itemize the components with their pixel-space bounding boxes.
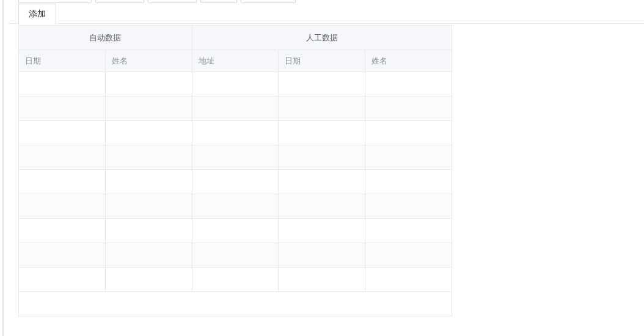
cell[interactable] [105,97,192,121]
cell[interactable] [365,72,452,97]
cell[interactable] [365,219,452,243]
column-header-name-2: 姓名 [365,50,452,72]
cell[interactable] [279,97,365,121]
cell[interactable] [192,194,279,219]
cell[interactable] [192,97,279,121]
cell[interactable] [19,219,106,243]
cell[interactable] [19,170,106,194]
cell[interactable] [365,243,452,268]
top-field-5[interactable] [241,0,296,3]
cell[interactable] [105,170,192,194]
cell[interactable] [365,268,452,292]
cell[interactable] [105,145,192,170]
column-header-date-1: 日期 [19,50,106,72]
cell[interactable] [279,145,365,170]
table-footer-cell [19,292,452,316]
table-row [19,243,452,268]
cell[interactable] [279,194,365,219]
cell[interactable] [105,72,192,97]
cell[interactable] [105,194,192,219]
cell[interactable] [19,268,106,292]
column-header-name-1: 姓名 [105,50,192,72]
table-row [19,72,452,97]
cell[interactable] [19,121,106,145]
cell[interactable] [19,145,106,170]
group-header-row: 自动数据 人工数据 [19,26,452,50]
top-field-3[interactable] [148,0,197,3]
cell[interactable] [105,243,192,268]
group-header-auto: 自动数据 [19,26,192,50]
cell[interactable] [192,121,279,145]
column-header-date-2: 日期 [279,50,365,72]
data-table-wrapper: 自动数据 人工数据 日期 姓名 地址 日期 姓名 [18,25,452,316]
cell[interactable] [105,121,192,145]
cell[interactable] [19,97,106,121]
cell[interactable] [192,243,279,268]
cell[interactable] [279,219,365,243]
tab-bar: 添加 [9,3,644,24]
cell[interactable] [192,145,279,170]
table-body [19,72,452,316]
cell[interactable] [279,170,365,194]
cell[interactable] [192,72,279,97]
top-field-2[interactable] [95,0,144,3]
cell[interactable] [279,268,365,292]
tab-add[interactable]: 添加 [18,4,56,24]
top-field-1[interactable] [18,0,92,3]
column-header-address: 地址 [192,50,279,72]
cell[interactable] [105,219,192,243]
table-row [19,194,452,219]
cell[interactable] [279,121,365,145]
table-row [19,145,452,170]
cell[interactable] [365,145,452,170]
cell[interactable] [192,170,279,194]
cell[interactable] [365,170,452,194]
column-header-row: 日期 姓名 地址 日期 姓名 [19,50,452,72]
cell[interactable] [279,243,365,268]
table-row [19,97,452,121]
cell[interactable] [365,97,452,121]
cell[interactable] [19,243,106,268]
table-row [19,121,452,145]
table-row [19,219,452,243]
cell[interactable] [365,194,452,219]
left-border [2,0,4,336]
cell[interactable] [192,268,279,292]
cell[interactable] [365,121,452,145]
data-table: 自动数据 人工数据 日期 姓名 地址 日期 姓名 [18,25,452,316]
table-row [19,170,452,194]
top-controls [9,0,644,3]
table-row [19,268,452,292]
cell[interactable] [19,194,106,219]
table-footer-row [19,292,452,316]
group-header-manual: 人工数据 [192,26,452,50]
cell[interactable] [105,268,192,292]
cell[interactable] [192,219,279,243]
cell[interactable] [279,72,365,97]
cell[interactable] [19,72,106,97]
top-field-4[interactable] [200,0,237,3]
